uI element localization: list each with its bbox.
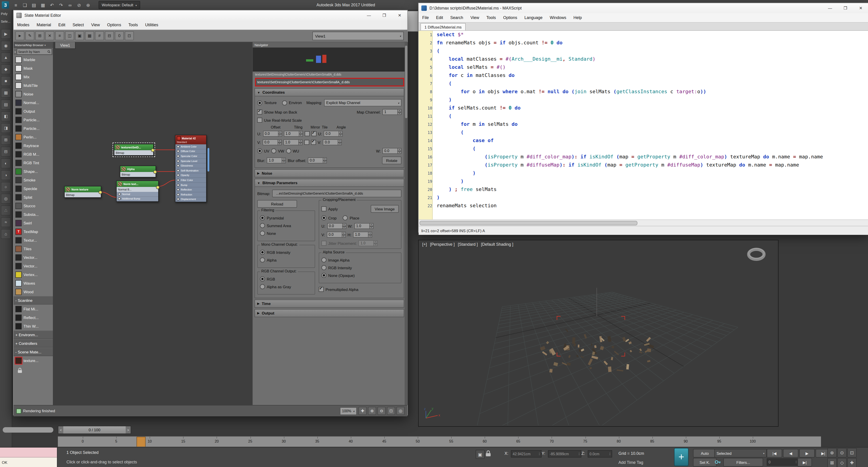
browser-category[interactable]: + Controllers <box>13 339 53 348</box>
crop-u-spinner[interactable]: 0.0▴▾ <box>327 223 346 229</box>
time-slider-handle[interactable]: 0 / 100 <box>63 426 126 434</box>
slate-view-tool-icon[interactable]: ✚ <box>359 407 367 415</box>
scrollbar-thumb[interactable] <box>420 221 638 225</box>
next-frame-arrow[interactable]: > <box>126 426 131 434</box>
output-socket[interactable] <box>153 170 157 174</box>
slate-view-tool-icon[interactable]: ⊖ <box>377 407 385 415</box>
menu-options[interactable]: Options <box>103 20 125 29</box>
rollout-time[interactable]: ▶ Time <box>254 299 404 308</box>
rgb-channel-radio[interactable] <box>260 276 265 282</box>
w-angle-spinner[interactable]: 0.0▴▾ <box>382 148 401 154</box>
script-tab[interactable]: 1 Diffuse2Material.ms <box>421 23 466 30</box>
spinner-arrow[interactable]: ▾ <box>397 151 401 154</box>
layout-all-icon[interactable]: # <box>95 31 104 40</box>
new-scene-icon[interactable]: ❏ <box>21 1 29 9</box>
rgb-channel-option[interactable]: RGB <box>260 276 312 282</box>
view-image-button[interactable]: View Image <box>370 205 399 213</box>
rgb-channel-option[interactable]: Alpha as Gray <box>260 284 312 289</box>
select-tool-icon[interactable]: ► <box>16 31 24 40</box>
spinner-arrow[interactable]: ▴ <box>339 131 343 134</box>
open-file-icon[interactable]: ▤ <box>30 1 38 9</box>
spinner-arrow[interactable]: ▾ <box>342 226 346 229</box>
navigator-thumbnail[interactable] <box>253 48 408 71</box>
viewport-menu-pov[interactable]: [Perspective ] <box>430 242 455 246</box>
filtering-option[interactable]: Summed Area <box>260 223 312 228</box>
rotate-button[interactable]: Rotate <box>382 156 401 164</box>
bitmap-node-normal-texture[interactable]: Norm texture Bitmap <box>64 186 101 198</box>
ms-menu-search[interactable]: Search <box>447 13 467 22</box>
rollout-output[interactable]: ▶ Output <box>254 309 404 317</box>
spinner-value[interactable]: 1.0 <box>267 157 282 163</box>
input-socket[interactable] <box>177 179 180 181</box>
browser-item[interactable]: RGB Tint <box>13 158 53 167</box>
browser-item[interactable]: Speckle <box>13 184 53 193</box>
spinner-arrow[interactable]: ▴ <box>299 131 303 134</box>
maxscript-titlebar[interactable]: D:\3dsmax scripts\Diffuse2Material.ms - … <box>418 3 868 13</box>
reload-button[interactable]: Reload <box>257 200 297 208</box>
spinner-value[interactable]: 1.0 <box>354 223 369 229</box>
spinner-value[interactable]: 0.0 <box>262 139 277 145</box>
ms-menu-view[interactable]: View <box>467 13 483 22</box>
vw-radio[interactable] <box>271 148 276 153</box>
input-socket[interactable] <box>177 193 180 196</box>
mono-channel-radio[interactable] <box>260 258 265 262</box>
browser-item[interactable]: RGB M... <box>13 150 53 158</box>
set-key-button[interactable]: Set K. <box>693 458 717 467</box>
next-key-button[interactable]: ▶| <box>798 458 812 467</box>
rollout-bitmap-parameters[interactable]: ▼ Bitmap Parameters <box>254 179 404 187</box>
spinner-arrow[interactable]: ▴ <box>342 232 346 235</box>
browser-item[interactable]: Reflect... <box>13 313 53 322</box>
output-socket[interactable] <box>98 191 102 194</box>
environ-radio[interactable] <box>282 100 287 105</box>
zoom-extents-icon[interactable]: ⊡ <box>847 448 857 458</box>
rgb-channel-radio[interactable] <box>260 284 265 289</box>
browser-item[interactable]: Normal... <box>13 98 53 107</box>
application-menu-icon[interactable]: ≡ <box>12 1 20 9</box>
browser-item[interactable]: Textur... <box>13 236 53 244</box>
input-socket[interactable] <box>118 193 121 196</box>
zoom-extents-icon[interactable]: ⊡ <box>125 31 134 40</box>
left-tool-icon[interactable]: ⌂ <box>1 229 11 239</box>
browser-header[interactable]: Material/Map Browser ▾ <box>13 42 53 48</box>
browser-item[interactable]: TTextMap <box>13 227 53 236</box>
rollout-noise[interactable]: ▶ Noise <box>254 169 404 177</box>
wu-radio[interactable] <box>286 148 291 153</box>
browser-item[interactable]: Stucco <box>13 201 53 210</box>
input-socket[interactable] <box>177 174 180 177</box>
map-name-field-highlighted[interactable]: textures\SetDressing\ClutterGeneric\Clut… <box>255 78 404 86</box>
menu-select[interactable]: Select <box>69 20 88 29</box>
browser-category[interactable]: - Scene Mate... <box>13 348 53 356</box>
browser-item[interactable]: Vector... <box>13 253 53 262</box>
spinner-arrow[interactable]: ▴ <box>342 223 346 226</box>
current-frame-marker[interactable] <box>136 437 146 447</box>
left-tool-icon[interactable]: ○ <box>1 182 11 192</box>
close-button[interactable]: ✕ <box>853 3 868 13</box>
rollout-coordinates[interactable]: ▼ Coordinates <box>254 88 404 96</box>
left-tool-icon[interactable]: ▲ <box>1 53 11 62</box>
spinner-arrow[interactable]: ▴ <box>397 109 401 112</box>
spinner-value[interactable]: 0.0 <box>327 223 342 229</box>
material-slot[interactable]: Bump <box>176 183 206 187</box>
spinner-arrow[interactable]: ▴ <box>323 157 327 160</box>
zoom-icon[interactable]: ⊕ <box>827 448 837 458</box>
menu-view[interactable]: View <box>88 20 103 29</box>
browser-item[interactable]: Swirl <box>13 218 53 227</box>
place-radio[interactable] <box>343 215 348 221</box>
z-coordinate-field[interactable]: 0.0cm▴▾ <box>588 450 612 458</box>
parameter-scrollbar[interactable] <box>405 42 408 405</box>
spinner-value[interactable]: 0.0 <box>324 131 339 137</box>
move-children-icon[interactable]: ≡ <box>55 31 64 40</box>
input-socket[interactable] <box>177 198 180 201</box>
ms-menu-options[interactable]: Options <box>500 13 521 22</box>
spinner-arrow[interactable]: ▴ <box>338 139 342 142</box>
menu-edit[interactable]: Edit <box>55 20 69 29</box>
filtering-option[interactable]: Pyramidal <box>260 215 312 221</box>
spinner-arrow[interactable]: ▾ <box>282 160 286 163</box>
input-socket[interactable] <box>177 145 180 148</box>
browser-item[interactable]: Substa... <box>13 210 53 218</box>
input-socket[interactable] <box>177 150 180 153</box>
left-tool-icon[interactable]: ◨ <box>1 123 11 133</box>
previous-frame-arrow[interactable]: < <box>58 426 63 434</box>
view1-tab[interactable]: View1 <box>55 42 75 49</box>
texture-radio[interactable] <box>257 100 262 105</box>
